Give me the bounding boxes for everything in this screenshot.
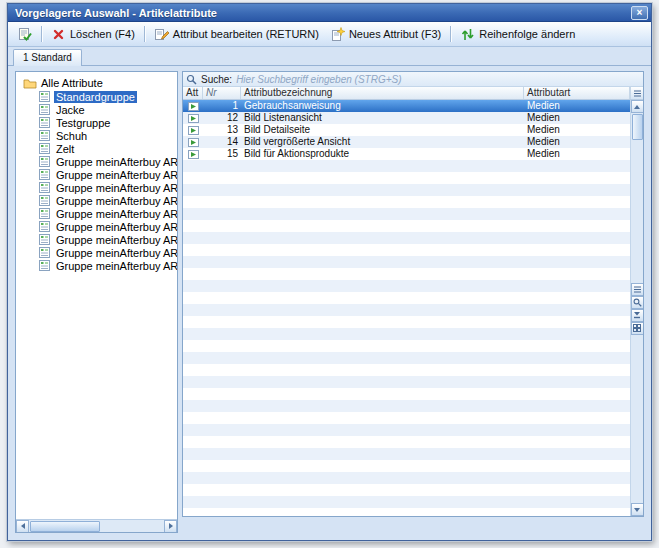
- delete-button[interactable]: Löschen (F4): [46, 24, 140, 44]
- tree-item-art00075[interactable]: Gruppe meinAfterbuy ART00075: [18, 181, 175, 194]
- column-header-attributart[interactable]: Attributart: [524, 87, 630, 99]
- group-icon: [39, 260, 50, 271]
- grid-vertical-scrollbar[interactable]: [630, 100, 643, 516]
- new-attribute-button[interactable]: Neues Attribut (F3): [325, 24, 446, 44]
- toolbar-separator: [144, 26, 145, 42]
- scroll-right-button[interactable]: [164, 520, 177, 533]
- window-title: Vorgelagerte Auswahl - Artikelattribute: [15, 7, 631, 19]
- group-icon: [39, 247, 50, 258]
- scroll-down-button[interactable]: [631, 503, 644, 516]
- table-row[interactable]: 1 Gebrauchsanweisung Medien: [183, 100, 630, 112]
- tree-item-label: Jacke: [54, 104, 87, 116]
- tree-item-schuh[interactable]: Schuh: [18, 129, 175, 142]
- tree-item-art00082[interactable]: Gruppe meinAfterbuy ART00082: [18, 259, 175, 272]
- apply-button[interactable]: [12, 24, 37, 44]
- new-icon: [330, 27, 345, 42]
- scroll-up-button[interactable]: [631, 100, 644, 113]
- scroll-left-button[interactable]: [16, 520, 29, 533]
- cell-attributart: Medien: [524, 136, 630, 148]
- grid-header: Att Nr Attributbezeichnung Attributart: [183, 87, 643, 100]
- search-bar: Suche:: [183, 72, 643, 87]
- scrollbar-thumb[interactable]: [632, 114, 643, 140]
- cell-nr: 15: [203, 148, 241, 160]
- group-icon: [39, 117, 50, 128]
- table-row[interactable]: 13 Bild Detailseite Medien: [183, 124, 630, 136]
- search-input[interactable]: [236, 73, 640, 86]
- group-icon: [39, 182, 50, 193]
- edit-attribute-button[interactable]: Attribut bearbeiten (RETURN): [149, 24, 324, 44]
- group-icon: [39, 208, 50, 219]
- tree-item-label: Testgruppe: [54, 117, 112, 129]
- scrollbar-thumb[interactable]: [30, 521, 100, 532]
- group-icon: [39, 221, 50, 232]
- media-icon: [183, 148, 203, 160]
- tab-standard[interactable]: 1 Standard: [13, 49, 82, 66]
- tree-item-testgruppe[interactable]: Testgruppe: [18, 116, 175, 129]
- close-button[interactable]: ×: [631, 6, 648, 20]
- cell-attributbezeichnung: Bild für Aktionsprodukte: [241, 148, 524, 160]
- cell-nr: 13: [203, 124, 241, 136]
- new-attribute-button-label: Neues Attribut (F3): [349, 28, 441, 40]
- table-row[interactable]: 14 Bild vergrößerte Ansicht Medien: [183, 136, 630, 148]
- tree-item-label: Schuh: [54, 130, 89, 142]
- reorder-button[interactable]: Reihenfolge ändern: [455, 24, 580, 44]
- tree-item-label: Gruppe meinAfterbuy ART00076: [54, 195, 178, 207]
- media-icon: [183, 124, 203, 136]
- tree-item-label: Standardgruppe: [54, 91, 137, 103]
- tree-item-art00081[interactable]: Gruppe meinAfterbuy ART00081: [18, 246, 175, 259]
- group-icon: [39, 130, 50, 141]
- column-header-nr[interactable]: Nr: [203, 87, 241, 99]
- media-icon: [183, 112, 203, 124]
- tree-horizontal-scrollbar[interactable]: [16, 519, 177, 532]
- attribute-group-tree: Alle Attribute Standardgruppe Jacke Test…: [16, 72, 177, 272]
- table-row[interactable]: 12 Bild Listenansicht Medien: [183, 112, 630, 124]
- tree-item-label: Gruppe meinAfterbuy ART00073: [54, 156, 178, 168]
- search-label: Suche:: [201, 74, 232, 85]
- cell-nr: 12: [203, 112, 241, 124]
- media-icon: [183, 136, 203, 148]
- group-icon: [39, 143, 50, 154]
- tree-item-label: Gruppe meinAfterbuy ART00078: [54, 208, 178, 220]
- tree-root-label: Alle Attribute: [41, 77, 103, 89]
- tree-item-art00074[interactable]: Gruppe meinAfterbuy ART00074: [18, 168, 175, 181]
- tree-item-art00079[interactable]: Gruppe meinAfterbuy ART00079: [18, 220, 175, 233]
- attribute-group-tree-panel: Alle Attribute Standardgruppe Jacke Test…: [15, 71, 178, 533]
- tree-item-art00076[interactable]: Gruppe meinAfterbuy ART00076: [18, 194, 175, 207]
- search-rows-icon[interactable]: [631, 296, 644, 309]
- tree-item-art00080[interactable]: Gruppe meinAfterbuy ART00080: [18, 233, 175, 246]
- column-header-att[interactable]: Att: [183, 87, 203, 99]
- column-header-attributbezeichnung[interactable]: Attributbezeichnung: [241, 87, 524, 99]
- apply-icon: [17, 27, 32, 42]
- tree-item-label: Gruppe meinAfterbuy ART00079: [54, 221, 178, 233]
- scrollbar-tool-buttons: [631, 283, 644, 335]
- toolbar-separator: [41, 26, 42, 42]
- grid-view-icon[interactable]: [631, 322, 644, 335]
- delete-icon: [51, 27, 66, 42]
- goto-row-icon[interactable]: [631, 309, 644, 322]
- cell-attributbezeichnung: Bild vergrößerte Ansicht: [241, 136, 524, 148]
- tree-item-art00073[interactable]: Gruppe meinAfterbuy ART00073: [18, 155, 175, 168]
- reorder-icon: [460, 27, 475, 42]
- empty-rows-area: [183, 160, 630, 516]
- group-icon: [39, 195, 50, 206]
- tree-item-label: Gruppe meinAfterbuy ART00082: [54, 260, 178, 272]
- column-chooser-button[interactable]: [630, 87, 643, 99]
- cell-attributbezeichnung: Bild Listenansicht: [241, 112, 524, 124]
- table-row[interactable]: 15 Bild für Aktionsprodukte Medien: [183, 148, 630, 160]
- tree-item-art00078[interactable]: Gruppe meinAfterbuy ART00078: [18, 207, 175, 220]
- group-icon: [39, 234, 50, 245]
- tree-root-alle-attribute[interactable]: Alle Attribute: [18, 76, 175, 90]
- search-icon: [186, 74, 197, 85]
- reorder-button-label: Reihenfolge ändern: [479, 28, 575, 40]
- cell-attributart: Medien: [524, 112, 630, 124]
- cell-attributbezeichnung: Bild Detailseite: [241, 124, 524, 136]
- tree-item-jacke[interactable]: Jacke: [18, 103, 175, 116]
- tree-item-standardgruppe[interactable]: Standardgruppe: [18, 90, 175, 103]
- group-icon: [39, 156, 50, 167]
- tree-item-label: Gruppe meinAfterbuy ART00081: [54, 247, 178, 259]
- tree-item-zelt[interactable]: Zelt: [18, 142, 175, 155]
- title-bar: Vorgelagerte Auswahl - Artikelattribute …: [8, 4, 651, 22]
- fixed-rows-icon[interactable]: [631, 283, 644, 296]
- cell-attributart: Medien: [524, 100, 630, 112]
- group-icon: [39, 169, 50, 180]
